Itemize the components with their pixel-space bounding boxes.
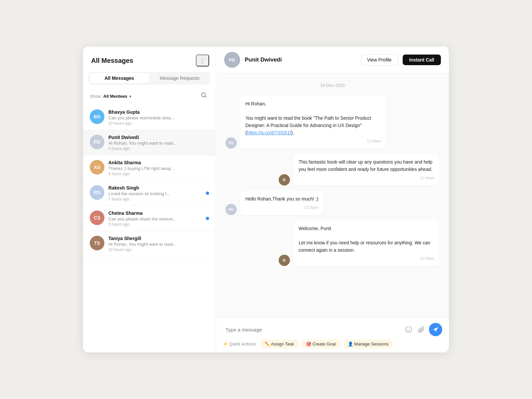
msg-content: Punit DwivediHi Rohan, You might want to…	[108, 135, 209, 151]
instant-call-button[interactable]: Instant Call	[403, 55, 441, 65]
filter-show: Show: All Mentees ▾	[90, 93, 131, 99]
msg-content: Rakesh SinghLoved the session sir lookin…	[108, 185, 209, 201]
svg-point-2	[406, 327, 412, 332]
right-panel: PD Punit Dwivedi View Profile Instant Ca…	[216, 47, 449, 352]
contact-avatar-initials: PD	[224, 52, 240, 68]
msg-preview: Thanks :) buying LTM right away...	[108, 166, 188, 171]
emoji-button[interactable]	[404, 325, 414, 334]
svg-line-1	[205, 96, 206, 98]
chat-header: PD Punit Dwivedi View Profile Instant Ca…	[216, 47, 449, 73]
tab-message-requests[interactable]: Message Requests	[150, 73, 210, 83]
msg-time: 8 hours ago	[108, 172, 209, 176]
message-row: PDHi Rohan,You might want to read the bo…	[225, 96, 440, 149]
msg-name: Taniya Shergill	[108, 236, 209, 241]
chat-avatar: PD	[225, 137, 237, 149]
svg-point-4	[409, 329, 410, 330]
unread-dot	[206, 217, 209, 220]
filter-show-label: Show:	[90, 94, 102, 99]
quick-action-assign[interactable]: ✏️ Assign Task	[260, 339, 299, 348]
attachment-icon	[418, 326, 425, 333]
left-panel: All Messages ⋮ All Messages Message Requ…	[83, 47, 216, 352]
message-tabs: All Messages Message Requests	[88, 72, 210, 84]
tab-all-messages[interactable]: All Messages	[89, 73, 149, 83]
msg-name: Rakesh Singh	[108, 185, 209, 191]
left-header: All Messages ⋮	[83, 47, 216, 72]
filter-value: All Mentees	[103, 94, 127, 99]
msg-preview: Hi Rohan, You might want to read...	[108, 141, 188, 146]
my-avatar: R	[279, 174, 290, 186]
send-button[interactable]	[429, 323, 442, 336]
message-time: 11:44am	[299, 175, 434, 181]
message-row: Welcome, PunitLet me know if you need he…	[225, 220, 440, 266]
unread-dot	[206, 192, 209, 195]
avatar: CS	[90, 210, 104, 225]
more-options-button[interactable]: ⋮	[196, 55, 209, 66]
msg-content: Ankita SharmaThanks :) buying LTM right …	[108, 160, 209, 176]
msg-name: Bhavya Gupta	[108, 109, 209, 115]
chat-input-area: ⚡ Quick Actions: ✏️ Assign Task🎯 Create …	[216, 318, 449, 352]
avatar: AS	[90, 160, 104, 175]
msg-name: Chetna Sharma	[108, 210, 209, 216]
app-container: All Messages ⋮ All Messages Message Requ…	[83, 47, 449, 352]
msg-time: 7 hours ago	[108, 197, 209, 201]
msg-preview: Loved the session sir looking f...	[108, 191, 188, 196]
msg-name: Punit Dwivedi	[108, 135, 209, 140]
search-icon	[200, 92, 207, 98]
filter-chevron-icon[interactable]: ▾	[129, 94, 131, 99]
contact-name: Punit Dwivedi	[245, 57, 356, 63]
avatar: PD	[90, 135, 104, 149]
date-divider: 24 Dec 2023	[225, 83, 440, 88]
msg-time: 3 hours ago	[108, 222, 209, 227]
filter-row: Show: All Mentees ▾	[83, 88, 216, 105]
message-time: 12:24am	[299, 256, 434, 261]
message-bubble: Welcome, PunitLet me know if you need he…	[293, 220, 440, 266]
my-avatar: R	[279, 255, 290, 266]
list-item[interactable]: TSTaniya ShergillHi Rohan, You might wan…	[83, 231, 216, 256]
send-icon	[433, 327, 439, 332]
message-bubble: This fantastic book will clear up any qu…	[293, 154, 440, 185]
avatar: TS	[90, 236, 104, 250]
msg-content: Bhavya GuptaCan you please reschedule se…	[108, 109, 209, 126]
message-bubble: Hi Rohan,You might want to read the book…	[240, 96, 386, 149]
avatar: RS	[90, 185, 104, 200]
message-row: PDHello Rohan,Thank you so much! :)12:20…	[225, 191, 440, 215]
list-item[interactable]: RSRakesh SinghLoved the session sir look…	[83, 181, 216, 206]
quick-actions-row: ⚡ Quick Actions: ✏️ Assign Task🎯 Create …	[223, 339, 442, 348]
view-profile-button[interactable]: View Profile	[361, 54, 398, 66]
message-time: 11:40am	[245, 138, 381, 144]
msg-time: 4 hours ago	[108, 146, 209, 151]
msg-content: Taniya ShergillHi Rohan, You might want …	[108, 236, 209, 252]
list-item[interactable]: CSChetna SharmaCan you please share the …	[83, 206, 216, 231]
emoji-icon	[405, 326, 412, 333]
chat-input-row	[223, 323, 442, 336]
avatar: BG	[90, 109, 104, 124]
msg-preview: Can you please share the resourc...	[108, 216, 188, 221]
msg-content: Chetna SharmaCan you please share the re…	[108, 210, 209, 227]
message-link[interactable]: https://a.co/d/73SjS1f	[247, 130, 291, 135]
quick-action-sessions[interactable]: 👤 Manage Sessions	[343, 339, 393, 348]
msg-time: 10 hours ago	[108, 247, 209, 252]
msg-time: 10 hours ago	[108, 121, 209, 126]
msg-preview: Can you please reschedule sess...	[108, 115, 188, 120]
list-item[interactable]: ASAnkita SharmaThanks :) buying LTM righ…	[83, 155, 216, 181]
attachment-button[interactable]	[416, 325, 426, 334]
quick-action-goal[interactable]: 🎯 Create Goal	[301, 339, 340, 348]
quick-actions-label: ⚡ Quick Actions:	[223, 341, 257, 346]
message-time: 12:20pm	[245, 205, 318, 210]
chat-avatar: PD	[225, 204, 237, 215]
message-input[interactable]	[223, 326, 401, 334]
list-item[interactable]: PDPunit DwivediHi Rohan, You might want …	[83, 130, 216, 155]
contact-avatar: PD	[224, 52, 240, 68]
message-list: BGBhavya GuptaCan you please reschedule …	[83, 105, 216, 352]
svg-point-3	[407, 329, 408, 330]
message-row: This fantastic book will clear up any qu…	[225, 154, 440, 185]
list-item[interactable]: BGBhavya GuptaCan you please reschedule …	[83, 105, 216, 130]
msg-name: Ankita Sharma	[108, 160, 209, 165]
all-messages-title: All Messages	[91, 57, 133, 65]
message-bubble: Hello Rohan,Thank you so much! :)12:20pm	[240, 191, 324, 215]
search-button[interactable]	[199, 90, 209, 102]
quick-action-chips: ✏️ Assign Task🎯 Create Goal👤 Manage Sess…	[260, 339, 393, 348]
chat-messages: 24 Dec 2023 PDHi Rohan,You might want to…	[216, 73, 449, 318]
msg-preview: Hi Rohan, You might want to read...	[108, 242, 188, 247]
